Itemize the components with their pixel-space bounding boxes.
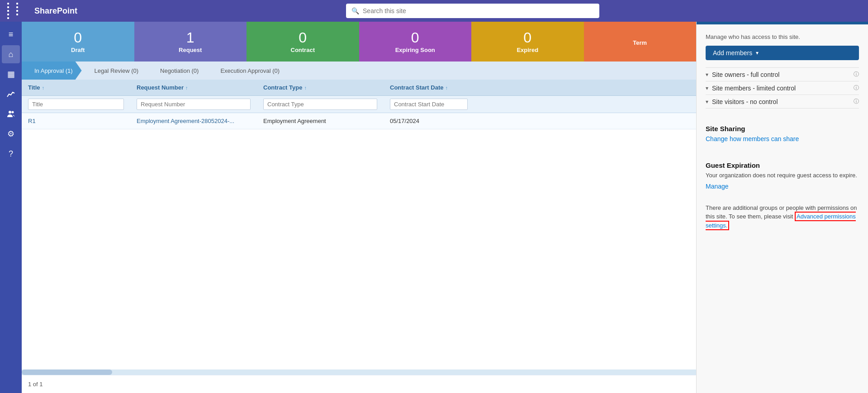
guest-expiration-text: Your organization does not require guest… <box>706 171 859 180</box>
access-group-owners[interactable]: ▾ Site owners - full control ⓘ <box>706 67 859 81</box>
sidebar-item-menu[interactable]: ≡ <box>2 25 20 43</box>
owners-info-icon[interactable]: ⓘ <box>854 71 859 78</box>
svg-point-1 <box>12 111 14 114</box>
scrollbar-thumb[interactable] <box>22 369 112 375</box>
filter-contract-type <box>257 96 384 113</box>
sort-title-icon: ↑ <box>42 85 45 90</box>
guest-expiration-title: Guest Expiration <box>706 161 859 169</box>
sort-request-icon: ↑ <box>185 85 188 90</box>
additional-permissions-section: There are additional groups or people wi… <box>706 202 859 232</box>
manage-link[interactable]: Manage <box>706 183 859 190</box>
pipeline-stage-legal-review[interactable]: Legal Review (0) <box>82 62 148 80</box>
visitors-label: Site visitors - no control <box>712 98 850 105</box>
filter-title <box>22 96 130 113</box>
horizontal-scrollbar[interactable] <box>22 369 696 375</box>
status-card-request[interactable]: 1 Request <box>134 22 247 62</box>
draft-label: Draft <box>71 47 85 53</box>
expand-owners-icon: ▾ <box>706 71 708 78</box>
right-panel: Manage who has access to this site. Add … <box>696 22 868 393</box>
status-card-term[interactable]: Term <box>584 22 697 62</box>
owners-label: Site owners - full control <box>712 71 850 78</box>
pipeline: In Approval (1) Legal Review (0) Negotia… <box>22 62 696 80</box>
sidebar: ≡ ⌂ ▦ ⚙ ? <box>0 22 22 393</box>
table-body: R1 Employment Agreement-28052024-... Emp… <box>22 113 696 369</box>
sidebar-item-settings[interactable]: ⚙ <box>2 125 20 143</box>
filter-contract-start-date <box>384 96 474 113</box>
panel-top-bar <box>697 22 868 24</box>
visitors-info-icon[interactable]: ⓘ <box>854 98 859 105</box>
expired-count: 0 <box>523 30 531 45</box>
expiring-count: 0 <box>411 30 419 45</box>
pagination: 1 of 1 <box>22 375 696 393</box>
cell-title[interactable]: R1 <box>22 113 130 129</box>
sidebar-item-analytics[interactable] <box>2 85 20 103</box>
table-area: Title ↑ Request Number ↑ Contract Type ↑… <box>22 80 696 393</box>
filter-request-number-input[interactable] <box>137 99 251 110</box>
contract-label: Contract <box>291 47 315 53</box>
cell-contract-type: Employment Agreement <box>257 113 384 129</box>
add-members-button[interactable]: Add members ▾ <box>706 46 859 60</box>
cell-contract-start-date: 05/17/2024 <box>384 113 474 129</box>
filter-contract-type-input[interactable] <box>263 99 377 110</box>
sidebar-item-people[interactable] <box>2 105 20 123</box>
pipeline-stage-negotiation[interactable]: Negotiation (0) <box>147 62 208 80</box>
additional-text: There are additional groups or people wi… <box>706 204 859 230</box>
waffle-icon[interactable] <box>7 3 24 19</box>
guest-expiration-section: Guest Expiration Your organization does … <box>706 154 859 193</box>
expiring-label: Expiring Soon <box>395 47 435 53</box>
site-sharing-section: Site Sharing Change how members can shar… <box>706 118 859 145</box>
search-icon: 🔍 <box>351 7 359 14</box>
sidebar-item-home[interactable]: ⌂ <box>2 45 20 63</box>
chevron-down-icon: ▾ <box>756 50 759 56</box>
members-info-icon[interactable]: ⓘ <box>854 84 859 92</box>
expand-visitors-icon: ▾ <box>706 99 708 105</box>
contract-count: 0 <box>299 30 307 45</box>
site-sharing-title: Site Sharing <box>706 125 859 133</box>
search-box[interactable]: 🔍 <box>346 4 599 18</box>
draft-count: 0 <box>74 30 82 45</box>
col-header-contract-type[interactable]: Contract Type ↑ <box>257 80 384 95</box>
manage-access-text: Manage who has access to this site. <box>706 33 859 40</box>
sidebar-item-dashboard[interactable]: ▦ <box>2 65 20 83</box>
access-groups-section: ▾ Site owners - full control ⓘ ▾ Site me… <box>706 67 859 109</box>
status-card-expired[interactable]: 0 Expired <box>471 22 584 62</box>
svg-point-0 <box>9 111 11 114</box>
table-row: R1 Employment Agreement-28052024-... Emp… <box>22 113 696 129</box>
access-group-members[interactable]: ▾ Site members - limited control ⓘ <box>706 81 859 95</box>
pipeline-stage-execution-approval[interactable]: Execution Approval (0) <box>208 62 289 80</box>
col-header-title[interactable]: Title ↑ <box>22 80 130 95</box>
request-count: 1 <box>186 30 194 45</box>
filter-request-number <box>130 96 257 113</box>
table-header: Title ↑ Request Number ↑ Contract Type ↑… <box>22 80 696 96</box>
add-members-label: Add members <box>713 49 752 57</box>
main-content: 0 Draft 1 Request 0 Contract 0 Expiring … <box>22 22 696 393</box>
access-group-visitors[interactable]: ▾ Site visitors - no control ⓘ <box>706 95 859 109</box>
status-card-contract[interactable]: 0 Contract <box>247 22 359 62</box>
cell-request-number: Employment Agreement-28052024-... <box>130 113 257 129</box>
members-label: Site members - limited control <box>712 85 850 92</box>
sort-start-date-icon: ↑ <box>445 85 448 90</box>
expired-label: Expired <box>517 47 538 53</box>
request-label: Request <box>179 47 202 53</box>
topbar: SharePoint 🔍 <box>0 0 868 22</box>
search-input[interactable] <box>363 7 594 14</box>
term-label: Term <box>633 39 647 46</box>
status-cards-row: 0 Draft 1 Request 0 Contract 0 Expiring … <box>22 22 696 62</box>
expand-members-icon: ▾ <box>706 85 708 91</box>
pipeline-stage-in-approval[interactable]: In Approval (1) <box>22 62 82 80</box>
change-sharing-link[interactable]: Change how members can share <box>706 135 859 142</box>
filter-title-input[interactable] <box>28 99 124 110</box>
status-card-draft[interactable]: 0 Draft <box>22 22 134 62</box>
col-header-contract-start-date[interactable]: Contract Start Date ↑ <box>384 80 474 95</box>
col-header-request-number[interactable]: Request Number ↑ <box>130 80 257 95</box>
table-filter-row <box>22 96 696 113</box>
app-logo: SharePoint <box>34 6 77 16</box>
sidebar-item-help[interactable]: ? <box>2 145 20 163</box>
sort-contract-type-icon: ↑ <box>304 85 307 90</box>
filter-contract-start-date-input[interactable] <box>390 99 468 110</box>
main-layout: ≡ ⌂ ▦ ⚙ ? 0 Draft 1 <box>0 22 868 393</box>
status-card-expiring[interactable]: 0 Expiring Soon <box>359 22 472 62</box>
